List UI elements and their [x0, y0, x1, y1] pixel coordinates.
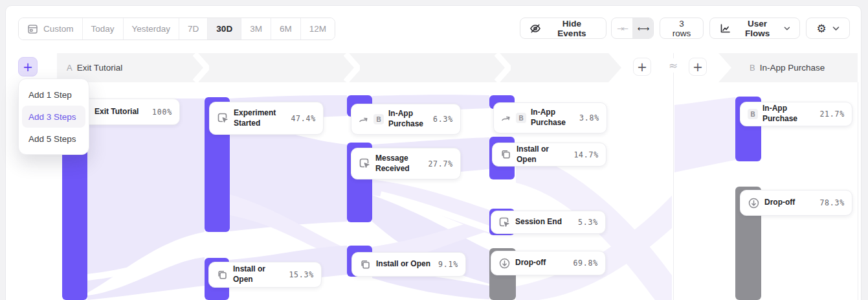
date-range-yesterday[interactable]: Yesterday: [123, 18, 179, 40]
install-icon: [500, 148, 512, 161]
chevron-down-icon: [832, 26, 840, 31]
step-band-b[interactable]: B In-App Purchase: [718, 53, 858, 82]
flow-node-card-install-or-open-2[interactable]: Install or Open9.1%: [351, 252, 466, 277]
section-title: Exit Tutorial: [77, 63, 123, 73]
flow-node-card-experiment-started[interactable]: Experiment Started47.4%: [209, 102, 324, 135]
step-band-a[interactable]: A Exit Tutorial: [57, 53, 621, 82]
date-range-7d[interactable]: 7D: [179, 18, 207, 40]
flow-node-percent: 69.8%: [573, 259, 598, 268]
menu-item-add-5-steps[interactable]: Add 5 Steps: [22, 128, 85, 150]
collapse-columns-icon[interactable]: →←: [612, 18, 632, 38]
flow-node-percent: 27.7%: [428, 159, 453, 168]
flow-node-card-in-app-purchase-2[interactable]: BIn-App Purchase3.8%: [493, 102, 607, 133]
flow-node-label: Session End: [515, 217, 573, 227]
rows-label: 3 rows: [669, 19, 694, 38]
date-range-picker: CustomTodayYesterday7D30D3M6M12M: [18, 17, 335, 40]
hide-events-label: Hide Events: [547, 19, 597, 38]
event-icon: [498, 216, 511, 229]
date-range-label: 7D: [188, 24, 199, 34]
flow-node-card-in-app-purchase-b[interactable]: BIn-App Purchase21.7%: [740, 102, 852, 126]
flow-node-card-message-received[interactable]: Message Received27.7%: [351, 148, 461, 179]
add-step-button[interactable]: +: [18, 57, 38, 76]
flow-node-percent: 47.4%: [291, 114, 316, 123]
add-step-before-b-button[interactable]: +: [689, 58, 707, 76]
menu-item-add-3-steps[interactable]: Add 3 Steps: [22, 106, 85, 128]
dropoff-icon: [498, 257, 511, 270]
gear-icon: ⚙: [816, 22, 826, 35]
flow-node-label: In-App Purchase: [531, 108, 575, 128]
flow-node-label: Message Received: [375, 154, 423, 174]
flow-node-card-in-app-purchase-1[interactable]: BIn-App Purchase6.3%: [351, 104, 461, 135]
view-selector-label: User Flows: [737, 19, 778, 38]
collapse-expand-toggle: →← ←→: [611, 17, 654, 39]
section-b-edge-line: [858, 82, 858, 300]
flow-node-label: Install or Open: [233, 264, 284, 284]
section-title: In-App Purchase: [760, 63, 825, 73]
flow-node-percent: 14.7%: [573, 150, 599, 159]
flow-node-card-install-or-open-3[interactable]: Install or Open15.3%: [208, 262, 322, 288]
approx-divider-icon: ≈: [666, 58, 680, 73]
rows-button[interactable]: 3 rows: [660, 17, 704, 39]
expand-columns-icon[interactable]: ←→: [632, 18, 653, 38]
date-range-today[interactable]: Today: [82, 18, 123, 40]
flow-node-label: Experiment Started: [234, 108, 286, 128]
user-flows-chart-icon: [719, 23, 731, 34]
band-chevron-separator: [343, 53, 360, 82]
view-selector-button[interactable]: User Flows: [709, 17, 800, 39]
flow-node-percent: 6.3%: [433, 115, 453, 124]
flow-node-percent: 21.7%: [819, 110, 845, 119]
section-letter: B: [750, 63, 755, 73]
menu-item-add-1-step[interactable]: Add 1 Step: [22, 84, 85, 106]
event-icon: [217, 112, 229, 124]
date-range-label: 30D: [216, 24, 232, 34]
flow-node-percent: 100%: [152, 108, 172, 117]
date-range-custom[interactable]: Custom: [19, 18, 82, 40]
hide-events-button[interactable]: Hide Events: [520, 17, 606, 39]
date-range-label: 3M: [250, 24, 262, 34]
flow-node-label: Exit Tutorial: [95, 107, 148, 117]
section-b-badge: B: [373, 114, 384, 124]
date-range-6m[interactable]: 6M: [271, 18, 300, 40]
flow-node-card-install-or-open-1[interactable]: Install or Open14.7%: [492, 143, 606, 167]
add-steps-menu: Add 1 StepAdd 3 StepsAdd 5 Steps: [18, 78, 89, 155]
flow-node-card-session-end[interactable]: Session End5.3%: [491, 211, 606, 234]
jump-icon: [359, 115, 369, 124]
date-range-30d[interactable]: 30D: [207, 18, 241, 40]
flow-node-percent: 15.3%: [289, 270, 314, 279]
flow-node-card-drop-off-a[interactable]: Drop-off69.8%: [491, 251, 606, 275]
section-divider-line: [673, 53, 674, 300]
settings-button[interactable]: ⚙: [806, 17, 850, 39]
section-b-badge: B: [516, 113, 526, 123]
flow-node-card-drop-off-b[interactable]: Drop-off78.3%: [740, 190, 852, 216]
flow-node-percent: 5.3%: [578, 218, 598, 227]
date-range-label: 12M: [309, 24, 326, 34]
calendar-icon: [27, 23, 38, 34]
band-chevron-separator: [192, 53, 209, 82]
date-range-label: 6M: [280, 24, 292, 34]
jump-icon: [501, 113, 511, 122]
flow-node-label: In-App Purchase: [388, 109, 428, 129]
flow-node-percent: 78.3%: [819, 198, 845, 207]
section-letter: A: [67, 63, 72, 73]
flow-node-label: Drop-off: [515, 258, 568, 268]
flow-node-label: Install or Open: [517, 144, 569, 165]
flow-node-percent: 3.8%: [579, 113, 599, 122]
band-chevron-separator: [494, 53, 511, 82]
date-range-3m[interactable]: 3M: [241, 18, 271, 40]
dropoff-icon: [748, 197, 760, 209]
event-icon: [359, 157, 371, 170]
flow-node-label: Install or Open: [376, 259, 434, 270]
eye-off-icon: [529, 23, 541, 34]
flow-node-label: Drop-off: [764, 198, 815, 208]
date-range-label: Yesterday: [132, 24, 171, 34]
flow-node-percent: 9.1%: [438, 260, 458, 269]
install-icon: [359, 259, 372, 271]
date-range-label: Custom: [43, 24, 74, 34]
date-range-12m[interactable]: 12M: [300, 18, 335, 40]
add-step-after-a-button[interactable]: +: [633, 58, 651, 76]
date-range-label: Today: [91, 24, 115, 34]
flow-node-label: In-App Purchase: [762, 104, 815, 124]
chevron-down-icon: [784, 26, 790, 31]
section-b-badge: B: [748, 109, 758, 119]
install-icon: [216, 269, 228, 281]
